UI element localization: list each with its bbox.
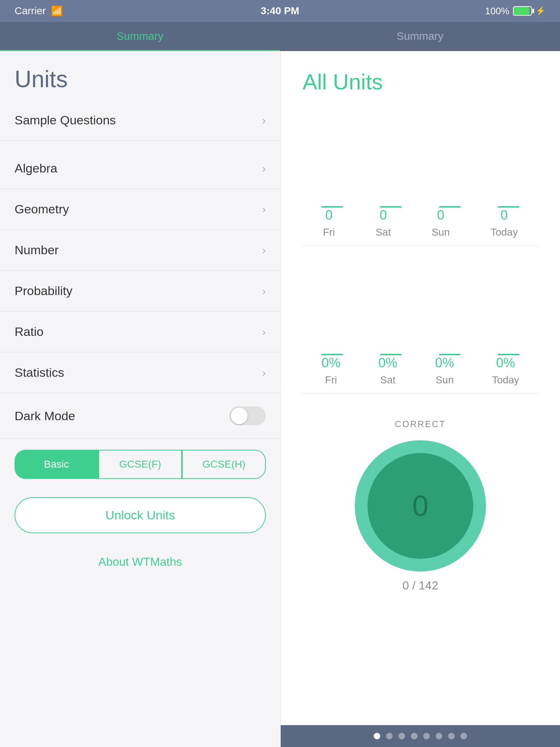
stat-value-sun-q: 0 xyxy=(437,208,444,223)
page-dot-8[interactable] xyxy=(460,733,467,739)
tab-bar: Summary Summary xyxy=(0,22,560,51)
stat-col-today-c: 0% Today xyxy=(492,355,519,386)
page-dot-5[interactable] xyxy=(423,733,430,739)
sidebar-item-sample-questions-label: Sample Questions xyxy=(15,113,116,127)
unlock-units-row: Unlock Units xyxy=(0,490,280,541)
sidebar-item-algebra-label: Algebra xyxy=(15,161,57,175)
sidebar: Units Sample Questions › Algebra › Geome… xyxy=(0,51,281,747)
stat-label-today-q: Today xyxy=(490,227,518,238)
sidebar-item-geometry-label: Geometry xyxy=(15,202,69,216)
stat-value-sat-c: 0% xyxy=(378,355,397,371)
wifi-icon: 📶 xyxy=(51,5,63,17)
difficulty-selector: Basic GCSE(F) GCSE(H) xyxy=(0,439,280,490)
stat-value-today-q: 0 xyxy=(501,208,508,223)
correct-section: CORRECT 0 0 / 142 xyxy=(281,401,560,603)
difficulty-basic-button[interactable]: Basic xyxy=(15,450,98,479)
chevron-right-icon: › xyxy=(262,367,266,379)
dark-mode-label: Dark Mode xyxy=(15,409,75,423)
stat-label-sat-q: Sat xyxy=(376,227,391,238)
status-bar-time: 3:40 PM xyxy=(261,5,299,17)
bar-col-sun xyxy=(428,206,472,208)
page-dot-3[interactable] xyxy=(398,733,405,739)
unlock-units-button[interactable]: Unlock Units xyxy=(15,497,266,533)
sidebar-item-geometry[interactable]: Geometry › xyxy=(0,189,280,230)
stat-label-fri-q: Fri xyxy=(323,227,335,238)
stat-value-sun-c: 0% xyxy=(435,355,454,371)
correct-bar-today xyxy=(498,354,520,355)
correct-bar-col-sat xyxy=(369,354,413,355)
bar-col-sat xyxy=(369,206,413,208)
tab-summary-right[interactable]: Summary xyxy=(280,22,560,51)
stat-label-sat-c: Sat xyxy=(380,374,396,386)
page-dot-2[interactable] xyxy=(386,733,393,739)
battery-icon xyxy=(513,6,532,16)
stat-value-sat-q: 0 xyxy=(380,208,387,223)
dark-mode-toggle[interactable] xyxy=(229,406,266,425)
about-link[interactable]: About WTMaths xyxy=(0,541,280,583)
status-bar-right: 100% ⚡ xyxy=(485,5,546,17)
correct-stats-row: 0% Fri 0% Sat 0% Sun 0% Today xyxy=(281,355,560,386)
sidebar-item-number[interactable]: Number › xyxy=(0,230,280,271)
chevron-right-icon: › xyxy=(262,244,266,256)
page-dot-4[interactable] xyxy=(411,733,417,739)
stat-col-fri-c: 0% Fri xyxy=(322,355,341,386)
bar-col-fri xyxy=(310,206,354,208)
stat-col-sun-c: 0% Sun xyxy=(435,355,454,386)
tab-summary-left-label: Summary xyxy=(117,30,163,42)
correct-circle-container: 0 xyxy=(355,440,486,572)
correct-bar-col-today xyxy=(487,354,530,355)
right-panel: All Units 0 Fri 0 Sat xyxy=(281,51,560,747)
bar-sun xyxy=(439,206,461,208)
stat-value-fri-q: 0 xyxy=(325,208,332,223)
stat-col-today-q: 0 Today xyxy=(490,208,518,238)
sidebar-item-probability[interactable]: Probability › xyxy=(0,271,280,311)
page-dot-6[interactable] xyxy=(436,733,442,739)
circle-inner: 0 xyxy=(368,453,473,559)
bar-fri xyxy=(321,206,343,208)
toggle-knob xyxy=(231,407,248,424)
difficulty-gcseh-button[interactable]: GCSE(H) xyxy=(182,450,266,479)
bar-today xyxy=(498,206,520,208)
page-dot-7[interactable] xyxy=(448,733,455,739)
tab-summary-left[interactable]: Summary xyxy=(0,22,280,51)
status-bar: Carrier 📶 3:40 PM 100% ⚡ xyxy=(0,0,560,22)
charging-icon: ⚡ xyxy=(536,6,545,16)
stat-label-today-c: Today xyxy=(492,374,519,386)
page-dots xyxy=(281,725,560,747)
correct-bar-sat xyxy=(380,354,402,355)
sidebar-item-ratio[interactable]: Ratio › xyxy=(0,311,280,352)
chevron-right-icon: › xyxy=(262,162,266,175)
stat-col-sun-q: 0 Sun xyxy=(432,208,450,238)
correct-section-label: CORRECT xyxy=(395,419,446,429)
page-dot-1[interactable] xyxy=(374,733,380,739)
right-panel-header: All Units xyxy=(281,51,560,105)
stat-value-fri-c: 0% xyxy=(322,355,341,371)
main-layout: Units Sample Questions › Algebra › Geome… xyxy=(0,51,560,747)
correct-bar-col-sun xyxy=(428,354,472,355)
battery-fill xyxy=(514,7,529,15)
carrier-label: Carrier xyxy=(15,5,46,17)
correct-bar-chart xyxy=(281,253,560,355)
chevron-right-icon: › xyxy=(262,326,266,338)
battery-percent: 100% xyxy=(485,5,510,17)
status-bar-left: Carrier 📶 xyxy=(15,5,63,17)
stat-col-sat-c: 0% Sat xyxy=(378,355,397,386)
bar-col-today xyxy=(487,206,530,208)
sidebar-item-sample-questions[interactable]: Sample Questions › xyxy=(0,100,280,141)
sidebar-item-ratio-label: Ratio xyxy=(15,325,43,339)
sidebar-item-statistics-label: Statistics xyxy=(15,365,64,380)
correct-bar-fri xyxy=(321,354,343,355)
sidebar-item-algebra[interactable]: Algebra › xyxy=(0,148,280,189)
stat-label-sun-q: Sun xyxy=(432,227,450,238)
dark-mode-row: Dark Mode xyxy=(0,393,280,439)
difficulty-gcsef-button[interactable]: GCSE(F) xyxy=(98,450,182,479)
sidebar-item-statistics[interactable]: Statistics › xyxy=(0,352,280,393)
circle-value: 0 xyxy=(412,489,429,523)
sidebar-item-number-label: Number xyxy=(15,243,59,257)
correct-bar-sun xyxy=(439,354,461,355)
stat-value-today-c: 0% xyxy=(496,355,515,371)
bar-sat xyxy=(380,206,402,208)
questions-stats-row: 0 Fri 0 Sat 0 Sun 0 Today xyxy=(281,208,560,238)
all-units-title: All Units xyxy=(303,69,538,94)
correct-bar-col-fri xyxy=(310,354,354,355)
